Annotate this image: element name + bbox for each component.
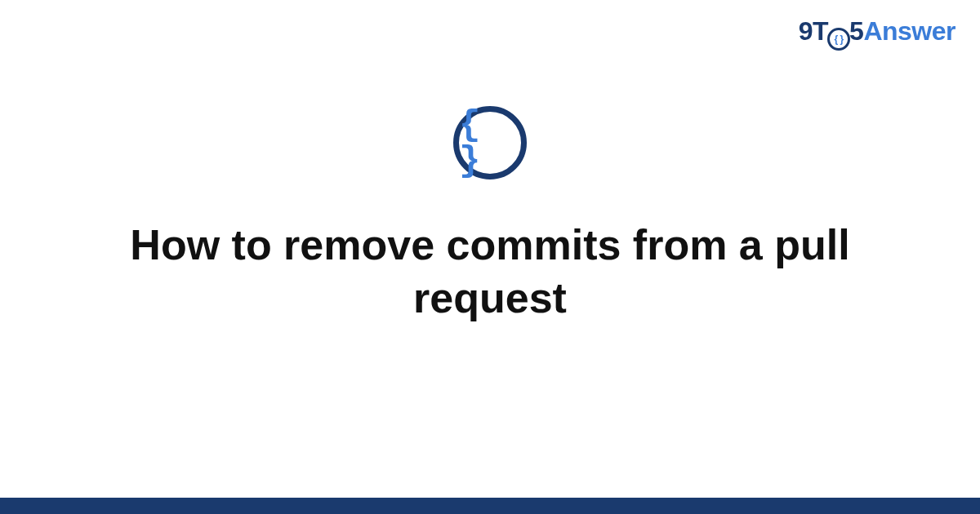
main-content: { } How to remove commits from a pull re… — [0, 106, 980, 325]
brand-text-part1: 9T — [799, 16, 828, 46]
brand-o-icon: { } — [828, 16, 849, 48]
brand-text-part3: Answer — [863, 16, 956, 46]
code-braces-icon: { } — [453, 106, 527, 179]
brand-text-part2: 5 — [849, 16, 863, 46]
brand-logo[interactable]: 9T{ }5Answer — [799, 16, 956, 48]
footer-accent-bar — [0, 498, 980, 514]
page-title: How to remove commits from a pull reques… — [98, 219, 882, 325]
